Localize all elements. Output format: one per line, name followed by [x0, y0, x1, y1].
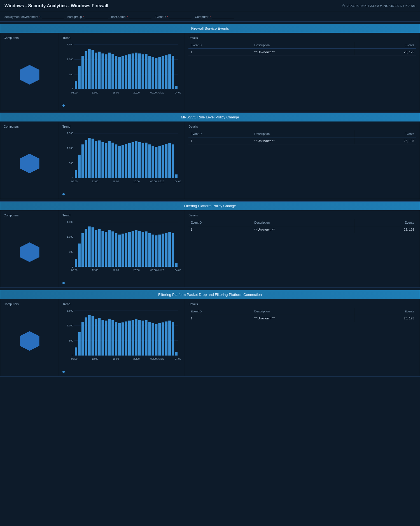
details-label: Details [188, 36, 416, 39]
section-title-firewall-service-events: Firewall Service Events [0, 24, 420, 33]
svg-rect-58 [92, 139, 94, 178]
svg-text:04:00: 04:00 [175, 91, 181, 94]
svg-rect-125 [165, 233, 167, 267]
section-mpssvc-rule: MPSSVC Rule Level Policy Change Computer… [0, 113, 420, 199]
svg-rect-27 [138, 53, 141, 89]
svg-rect-171 [168, 321, 171, 356]
svg-text:12:00: 12:00 [92, 269, 98, 272]
svg-rect-104 [95, 230, 97, 267]
details-panel: Details EventID Description Events 1 ** … [185, 121, 420, 199]
svg-rect-35 [165, 55, 167, 89]
computers-panel: Computers [0, 121, 59, 199]
chart-legend [62, 282, 181, 284]
svg-rect-32 [155, 58, 157, 89]
svg-rect-153 [108, 319, 111, 356]
svg-text:08:00: 08:00 [71, 357, 78, 360]
details-panel: Details EventID Description Events 1 ** … [185, 210, 420, 287]
svg-rect-117 [138, 231, 141, 267]
svg-rect-63 [108, 141, 111, 178]
computers-panel: Computers [0, 210, 59, 287]
svg-text:04:00: 04:00 [175, 269, 181, 272]
table-header-row: EventID Description Events [188, 130, 416, 137]
svg-rect-147 [88, 315, 91, 356]
svg-text:16:00: 16:00 [113, 180, 119, 183]
section-filtering-platform-policy: Filtering Platform Policy Change Compute… [0, 201, 420, 288]
svg-text:20:00: 20:00 [133, 180, 140, 183]
svg-rect-172 [172, 322, 174, 356]
svg-rect-165 [148, 322, 151, 356]
col-eventid: EventID [188, 130, 252, 137]
svg-rect-67 [122, 145, 124, 178]
svg-text:12:00: 12:00 [92, 180, 98, 183]
svg-rect-79 [162, 145, 164, 178]
svg-rect-18 [108, 53, 111, 89]
filters-bar: deployment.environment * host.group * ho… [0, 12, 420, 22]
svg-rect-164 [145, 320, 148, 356]
description-cell: ** Unknown ** [252, 315, 355, 322]
svg-rect-114 [128, 232, 131, 267]
col-events: Events [355, 308, 416, 315]
trend-chart: 05001,0001,500 08:0012:0016:0020:0000:00… [62, 219, 181, 275]
svg-rect-159 [128, 321, 131, 356]
svg-text:08:00: 08:00 [71, 269, 78, 272]
svg-rect-54 [78, 155, 81, 178]
description-cell: ** Unknown ** [252, 137, 355, 144]
svg-rect-169 [162, 322, 164, 356]
svg-rect-99 [78, 244, 81, 267]
svg-rect-128 [175, 263, 178, 267]
svg-rect-143 [75, 347, 77, 356]
eventid-input[interactable] [169, 14, 192, 19]
computer-input[interactable] [212, 14, 234, 19]
svg-rect-57 [88, 138, 91, 178]
section-body-firewall-service-events: Computers Trend 05001,0001,500 08:0012:0… [0, 33, 420, 110]
chart-legend [62, 193, 181, 195]
col-events: Events [355, 42, 416, 49]
chart-area: 05001,0001,500 08:0012:0016:0020:0000:00… [62, 42, 181, 103]
host-name-input[interactable] [129, 14, 151, 19]
svg-text:0: 0 [72, 177, 73, 179]
computers-label: Computers [4, 214, 55, 217]
svg-rect-100 [81, 233, 84, 267]
description-cell: ** Unknown ** [252, 49, 355, 56]
svg-rect-119 [145, 232, 148, 267]
svg-rect-23 [125, 55, 127, 89]
col-eventid: EventID [188, 42, 252, 49]
svg-rect-127 [172, 233, 174, 267]
svg-rect-162 [138, 320, 141, 356]
svg-text:1,500: 1,500 [67, 221, 73, 223]
svg-rect-56 [85, 140, 87, 178]
details-label: Details [188, 302, 416, 306]
svg-rect-116 [135, 230, 137, 267]
hexagon-container [4, 132, 55, 195]
svg-rect-29 [145, 54, 148, 89]
details-panel: Details EventID Description Events 1 ** … [185, 299, 420, 376]
svg-rect-36 [168, 54, 171, 89]
svg-text:16:00: 16:00 [113, 357, 119, 360]
svg-text:16:00: 16:00 [113, 91, 119, 94]
events-cell: 26, 125 [355, 49, 416, 56]
svg-text:1,000: 1,000 [67, 58, 73, 61]
filter-eventid: EventID * [155, 14, 192, 19]
svg-rect-148 [92, 316, 94, 356]
deployment-environment-input[interactable] [42, 14, 64, 19]
svg-text:00:00 Jul 20: 00:00 Jul 20 [150, 180, 164, 183]
computer-hexagon [20, 331, 39, 351]
svg-rect-33 [158, 57, 161, 89]
events-cell: 26, 125 [355, 226, 416, 233]
svg-rect-14 [95, 53, 97, 89]
host-group-input[interactable] [85, 14, 108, 19]
svg-rect-13 [92, 50, 94, 89]
legend-dot [62, 282, 65, 284]
svg-rect-122 [155, 235, 157, 267]
filter-hostname: host.name * [111, 14, 151, 19]
svg-rect-101 [85, 229, 87, 267]
svg-rect-74 [145, 143, 148, 178]
svg-rect-15 [98, 52, 101, 89]
hexagon-container [4, 309, 55, 373]
svg-rect-11 [85, 51, 87, 89]
svg-rect-20 [115, 56, 117, 89]
col-description: Description [252, 130, 355, 137]
clock-icon: ⏱ [342, 4, 345, 8]
chart-area: 05001,0001,500 08:0012:0016:0020:0000:00… [62, 219, 181, 281]
eventid-cell: 1 [188, 49, 252, 56]
